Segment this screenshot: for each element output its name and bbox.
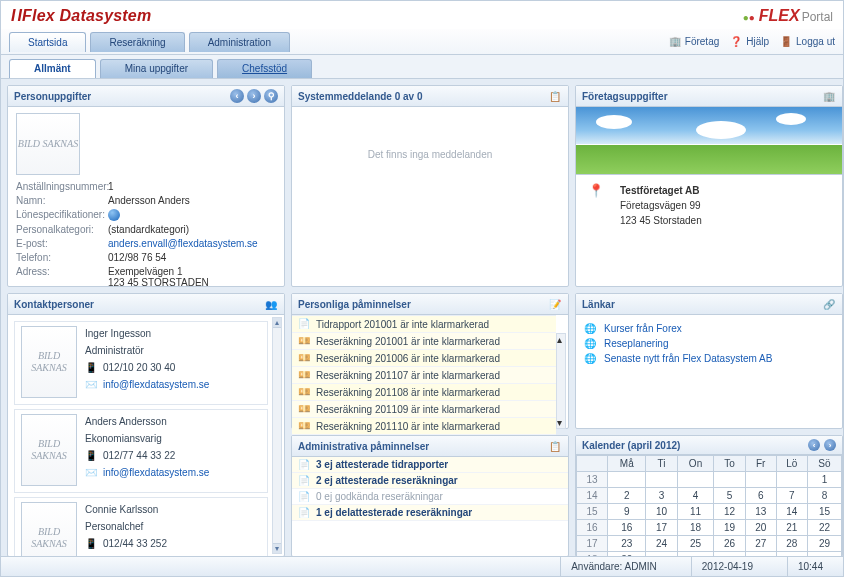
reminder-item[interactable]: Reseräkning 201001 är inte klarmarkerad xyxy=(292,333,556,350)
reminder-item[interactable]: Reseräkning 201108 är inte klarmarkerad xyxy=(292,384,556,401)
scroll-down-icon[interactable]: ▾ xyxy=(273,543,281,553)
admin-reminder-item[interactable]: 3 ej attesterade tidrapporter xyxy=(292,457,568,473)
admin-reminder-item[interactable]: 1 ej delattesterade reseräkningar xyxy=(292,505,568,521)
calendar-weekday: Ti xyxy=(646,456,677,472)
scroll-down-icon[interactable]: ▾ xyxy=(557,417,565,428)
calendar-day[interactable]: 6 xyxy=(745,488,776,504)
external-link[interactable]: 🌐Reseplanering xyxy=(584,336,834,351)
panel-admin-header: Administrativa påminnelser 📋 xyxy=(292,436,568,457)
person-next-button[interactable]: › xyxy=(247,89,261,103)
calendar-day[interactable] xyxy=(745,472,776,488)
calendar-day[interactable]: 25 xyxy=(677,536,714,552)
main-content: Personuppgifter ‹ › ⚲ BILD SAKNAS Anstäl… xyxy=(1,79,843,556)
subtab-allmant[interactable]: Allmänt xyxy=(9,59,96,78)
contacts-scrollbar[interactable]: ▴ ▾ xyxy=(272,317,282,554)
calendar-day[interactable]: 14 xyxy=(776,504,807,520)
external-link[interactable]: 🌐Kurser från Forex xyxy=(584,321,834,336)
panel-foretagsuppgifter: Företagsuppgifter 🏢 📍 Testföretaget AB F… xyxy=(575,85,843,287)
calendar-day[interactable]: 21 xyxy=(776,520,807,536)
app-header: IIFlex Datasystem ●● FLEX Portal xyxy=(1,1,843,29)
tab-reserakning[interactable]: Reseräkning xyxy=(90,32,184,52)
expense-icon xyxy=(298,352,310,364)
calendar-day[interactable] xyxy=(646,472,677,488)
calendar-day[interactable]: 24 xyxy=(646,536,677,552)
calendar-weekday: Lö xyxy=(776,456,807,472)
subtab-chefsstod[interactable]: Chefsstöd xyxy=(217,59,312,78)
tab-startsida[interactable]: Startsida xyxy=(9,32,86,52)
calendar-day[interactable]: 2 xyxy=(608,488,646,504)
building-icon: 🏢 xyxy=(668,35,682,49)
status-date: 2012-04-19 xyxy=(691,557,763,576)
subtab-mina-uppgifter[interactable]: Mina uppgifter xyxy=(100,59,213,78)
calendar-day[interactable]: 26 xyxy=(714,536,745,552)
person-search-button[interactable]: ⚲ xyxy=(264,89,278,103)
document-icon xyxy=(298,459,310,470)
mail-icon: ✉️ xyxy=(85,379,97,390)
calendar-day[interactable]: 19 xyxy=(714,520,745,536)
calendar-day[interactable]: 18 xyxy=(677,520,714,536)
scroll-up-icon[interactable]: ▴ xyxy=(273,318,281,328)
contact-email[interactable]: info@flexdatasystem.se xyxy=(103,467,209,478)
reminders-scrollbar[interactable]: ▴ ▾ xyxy=(556,333,566,429)
calendar-day[interactable]: 8 xyxy=(807,488,841,504)
link-logout-label: Logga ut xyxy=(796,36,835,47)
cal-next-button[interactable]: › xyxy=(824,439,836,451)
admin-reminder-item[interactable]: 0 ej godkända reseräkningar xyxy=(292,489,568,505)
value-lonespec[interactable] xyxy=(108,209,276,221)
calendar-day[interactable] xyxy=(608,472,646,488)
calendar-day[interactable]: 5 xyxy=(714,488,745,504)
panel-systemmeddelande: Systemmeddelande 0 av 0 📋 Det finns inga… xyxy=(291,85,569,287)
label-lonespec: Lönespecifikationer: xyxy=(16,209,108,221)
contact-name: Connie Karlsson xyxy=(85,504,167,515)
panel-contacts-body: ▴ ▾ BILD SAKNAS Inger Ingesson Administr… xyxy=(8,315,284,556)
link-logout[interactable]: 🚪 Logga ut xyxy=(779,35,835,49)
calendar-day[interactable] xyxy=(677,472,714,488)
label-namn: Namn: xyxy=(16,195,108,206)
panel-contacts-header: Kontaktpersoner 👥 xyxy=(8,294,284,315)
help-icon: ❓ xyxy=(729,35,743,49)
phone-icon: 📱 xyxy=(85,538,97,549)
calendar-day[interactable]: 16 xyxy=(608,520,646,536)
tab-administration[interactable]: Administration xyxy=(189,32,290,52)
app-title: IIFlex Datasystem xyxy=(11,7,151,25)
calendar-day[interactable]: 3 xyxy=(646,488,677,504)
reminder-item[interactable]: Reseräkning 201109 är inte klarmarkerad xyxy=(292,401,556,418)
link-help[interactable]: ❓ Hjälp xyxy=(729,35,769,49)
calendar-day[interactable]: 17 xyxy=(646,520,677,536)
mail-icon: ✉️ xyxy=(85,467,97,478)
reminder-item[interactable]: Reseräkning 201006 är inte klarmarkerad xyxy=(292,350,556,367)
label-telefon: Telefon: xyxy=(16,252,108,263)
calendar-day[interactable]: 9 xyxy=(608,504,646,520)
scroll-up-icon[interactable]: ▴ xyxy=(557,334,565,345)
calendar-day[interactable]: 23 xyxy=(608,536,646,552)
calendar-day[interactable]: 27 xyxy=(745,536,776,552)
panel-person-title: Personuppgifter xyxy=(14,91,91,102)
calendar-day[interactable]: 7 xyxy=(776,488,807,504)
calendar-day[interactable]: 4 xyxy=(677,488,714,504)
calendar-day[interactable]: 29 xyxy=(807,536,841,552)
calendar-day[interactable]: 1 xyxy=(807,472,841,488)
calendar-day[interactable]: 22 xyxy=(807,520,841,536)
calendar-day[interactable]: 12 xyxy=(714,504,745,520)
link-foretag[interactable]: 🏢 Företag xyxy=(668,35,719,49)
calendar-day[interactable]: 28 xyxy=(776,536,807,552)
cal-prev-button[interactable]: ‹ xyxy=(808,439,820,451)
reminder-item[interactable]: Reseräkning 201107 är inte klarmarkerad xyxy=(292,367,556,384)
calendar-day[interactable]: 15 xyxy=(807,504,841,520)
reminder-item[interactable]: Reseräkning 201110 är inte klarmarkerad xyxy=(292,418,556,435)
calendar-day[interactable] xyxy=(714,472,745,488)
label-adress: Adress: xyxy=(16,266,108,286)
reminder-item[interactable]: Tidrapport 201001 är inte klarmarkerad xyxy=(292,316,556,333)
contact-email[interactable]: info@flexdatasystem.se xyxy=(103,379,209,390)
value-epost[interactable]: anders.envall@flexdatasystem.se xyxy=(108,238,276,249)
contact-phone: 012/77 44 33 22 xyxy=(103,450,175,461)
calendar-day[interactable]: 13 xyxy=(745,504,776,520)
calendar-day[interactable] xyxy=(776,472,807,488)
person-prev-button[interactable]: ‹ xyxy=(230,89,244,103)
calendar-day[interactable]: 11 xyxy=(677,504,714,520)
company-image xyxy=(576,107,842,175)
calendar-day[interactable]: 20 xyxy=(745,520,776,536)
admin-reminder-item[interactable]: 2 ej attesterade reseräkningar xyxy=(292,473,568,489)
calendar-day[interactable]: 10 xyxy=(646,504,677,520)
external-link[interactable]: 🌐Senaste nytt från Flex Datasystem AB xyxy=(584,351,834,366)
